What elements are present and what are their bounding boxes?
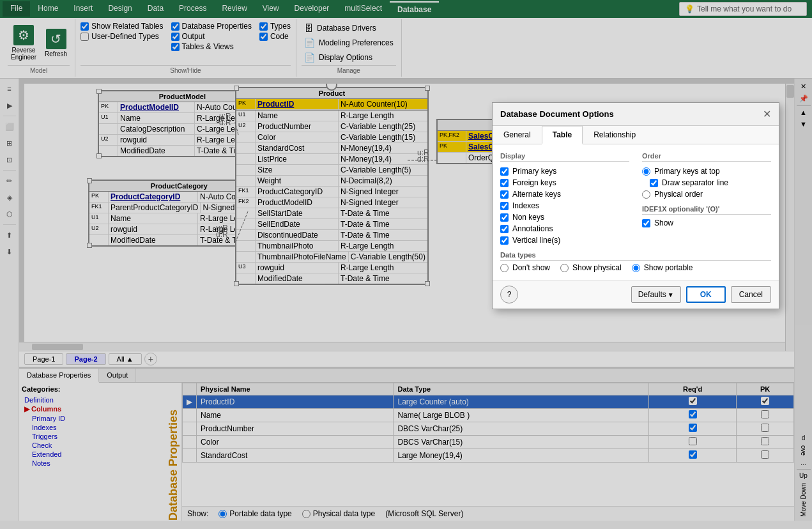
display-section-label: Display [500, 152, 629, 162]
modal-tab-relationship[interactable]: Relationship [583, 126, 647, 144]
modal-body: Display Primary keys Foreign keys Altern… [493, 144, 779, 280]
footer-buttons: Defaults ▼ OK Cancel [631, 286, 771, 303]
physical-order-radio[interactable]: Physical order [642, 188, 771, 200]
foreign-keys-check[interactable]: Foreign keys [500, 177, 629, 188]
modal-tab-table[interactable]: Table [542, 126, 583, 144]
annotations-check[interactable]: Annotations [500, 223, 629, 234]
draw-separator-check[interactable]: Draw separator line [650, 177, 771, 188]
modal-title: Database Document Options [500, 109, 614, 119]
defaults-button[interactable]: Defaults ▼ [631, 286, 681, 303]
show-portable-radio[interactable]: Show portable [632, 263, 693, 272]
vertical-lines-check[interactable]: Vertical line(s) [500, 234, 629, 246]
primary-keys-at-top-radio[interactable]: Primary keys at top [642, 165, 771, 177]
order-section-label: Order [642, 152, 771, 162]
display-column: Display Primary keys Foreign keys Altern… [500, 152, 629, 246]
alternate-keys-check[interactable]: Alternate keys [500, 188, 629, 200]
modal-dialog: Database Document Options ✕ General Tabl… [492, 102, 779, 309]
non-keys-check[interactable]: Non keys [500, 211, 629, 223]
order-column: Order Primary keys at top Draw separator… [642, 152, 771, 246]
modal-main-section: Display Primary keys Foreign keys Altern… [500, 152, 771, 246]
idef1x-section: IDEF1X optionality '(O)' Show [642, 205, 771, 229]
modal-tab-general[interactable]: General [493, 126, 542, 144]
modal-close-button[interactable]: ✕ [763, 108, 771, 120]
modal-tabs: General Table Relationship [493, 126, 779, 144]
show-physical-radio[interactable]: Show physical [560, 263, 622, 272]
data-types-radios: Don't show Show physical Show portable [500, 263, 771, 272]
primary-keys-check[interactable]: Primary keys [500, 165, 629, 177]
idef1x-show-check[interactable]: Show [642, 217, 771, 229]
cancel-button[interactable]: Cancel [731, 286, 771, 303]
data-types-label: Data types [500, 251, 771, 261]
modal-footer: ? Defaults ▼ OK Cancel [493, 280, 779, 309]
help-button[interactable]: ? [500, 286, 518, 303]
defaults-dropdown-icon[interactable]: ▼ [668, 291, 674, 298]
dont-show-radio[interactable]: Don't show [500, 263, 550, 272]
idef1x-label: IDEF1X optionality '(O)' [642, 205, 771, 215]
indexes-check[interactable]: Indexes [500, 200, 629, 211]
modal-header: Database Document Options ✕ [493, 103, 779, 126]
ok-button[interactable]: OK [686, 286, 726, 303]
data-types-section: Data types Don't show Show physical Show… [500, 251, 771, 272]
